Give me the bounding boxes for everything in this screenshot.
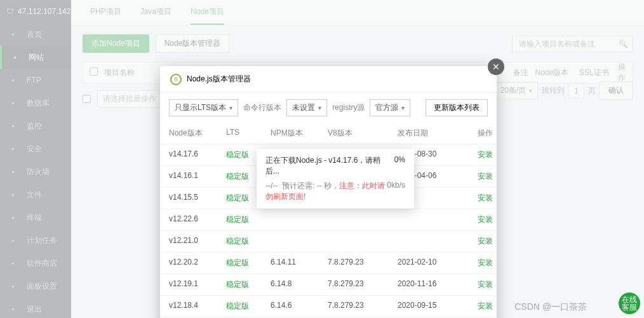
dl-percent: 0% (394, 155, 405, 177)
v8-ver (328, 236, 398, 247)
lts-badge: 稳定版 (226, 279, 271, 290)
support-fab[interactable]: 在线客服 (619, 293, 640, 314)
npm-ver: 6.14.6 (271, 301, 328, 312)
npm-ver: 6.14.8 (271, 279, 328, 290)
nodejs-icon: n (170, 74, 182, 85)
release-date (398, 214, 461, 225)
watermark: CSDN @一口茶茶 (514, 301, 587, 313)
chevron-down-icon: ▾ (318, 104, 321, 111)
lts-badge: 稳定版 (226, 236, 271, 247)
install-link[interactable]: 安装 (461, 236, 493, 247)
modal-title: Node.js版本管理器 (187, 74, 251, 85)
release-date: 2021-02-10 (398, 258, 461, 268)
reg-select[interactable]: 官方源▾ (370, 99, 410, 116)
install-link[interactable]: 安装 (461, 214, 493, 225)
vcol-op: 操作 (461, 128, 493, 139)
vcol-lts: LTS (226, 128, 271, 139)
install-link[interactable]: 安装 (461, 149, 493, 160)
version-row: v12.18.4稳定版6.14.67.8.279.232020-09-15安装 (160, 296, 497, 317)
install-link[interactable]: 安装 (461, 193, 493, 204)
install-link[interactable]: 安装 (461, 258, 493, 268)
dl-title: 正在下载Node.js - v14.17.6，请稍后... (265, 155, 394, 177)
dl-eta: 预计还需: -- 秒， (282, 181, 339, 190)
cmd-label: 命令行版本 (243, 102, 281, 113)
cmd-select[interactable]: 未设置▾ (286, 99, 327, 116)
ver: v12.19.1 (169, 279, 226, 290)
lts-badge: 稳定版 (226, 258, 271, 268)
chevron-down-icon: ▾ (401, 104, 405, 111)
ver: v12.18.4 (169, 301, 226, 312)
modal-header: n Node.js版本管理器 (160, 66, 497, 93)
reg-label: registry源 (332, 102, 365, 113)
vcol-npm: NPM版本 (271, 128, 328, 139)
close-icon[interactable]: ✕ (488, 59, 504, 75)
ver: v12.21.0 (169, 236, 226, 247)
ver: v14.15.5 (169, 193, 226, 204)
v8-ver: 7.8.279.23 (328, 301, 398, 312)
vcol-ver: Node版本 (169, 128, 226, 139)
npm-ver (271, 214, 328, 225)
release-date: 2020-09-15 (398, 301, 461, 312)
ver: v14.17.6 (169, 149, 226, 160)
vcol-v8: V8版本 (328, 128, 398, 139)
release-date (398, 236, 461, 247)
install-link[interactable]: 安装 (461, 301, 493, 312)
lts-badge: 稳定版 (226, 301, 271, 312)
install-link[interactable]: 安装 (461, 171, 493, 182)
version-row: v12.20.2稳定版6.14.117.8.279.232021-02-10安装 (160, 252, 497, 274)
version-table-header: Node版本 LTS NPM版本 V8版本 发布日期 操作 (160, 123, 497, 144)
npm-ver: 6.14.11 (271, 258, 328, 268)
v8-ver: 7.8.279.23 (328, 258, 398, 268)
modal-filters: 只显示LTS版本▾ 命令行版本 未设置▾ registry源 官方源▾ 更新版本… (160, 93, 497, 123)
lts-filter[interactable]: 只显示LTS版本▾ (169, 99, 238, 116)
ver: v12.22.6 (169, 214, 226, 225)
chevron-down-icon: ▾ (229, 104, 232, 111)
dl-speed: 0kb/s (387, 181, 405, 202)
download-dialog: 正在下载Node.js - v14.17.6，请稍后...0% --/-- 预计… (257, 149, 414, 209)
ver: v14.16.1 (169, 171, 226, 182)
release-date: 2020-11-16 (398, 279, 461, 290)
refresh-button[interactable]: 更新版本列表 (426, 99, 488, 116)
vcol-date: 发布日期 (398, 128, 461, 139)
npm-ver (271, 236, 328, 247)
ver: v12.20.2 (169, 258, 226, 268)
install-link[interactable]: 安装 (461, 279, 493, 290)
dl-size: --/-- (265, 181, 278, 190)
version-row: v12.19.1稳定版6.14.87.8.279.232020-11-16安装 (160, 274, 497, 296)
version-row: v12.22.6稳定版安装 (160, 209, 497, 231)
version-row: v12.21.0稳定版安装 (160, 231, 497, 252)
v8-ver (328, 214, 398, 225)
lts-badge: 稳定版 (226, 214, 271, 225)
v8-ver: 7.8.279.23 (328, 279, 398, 290)
